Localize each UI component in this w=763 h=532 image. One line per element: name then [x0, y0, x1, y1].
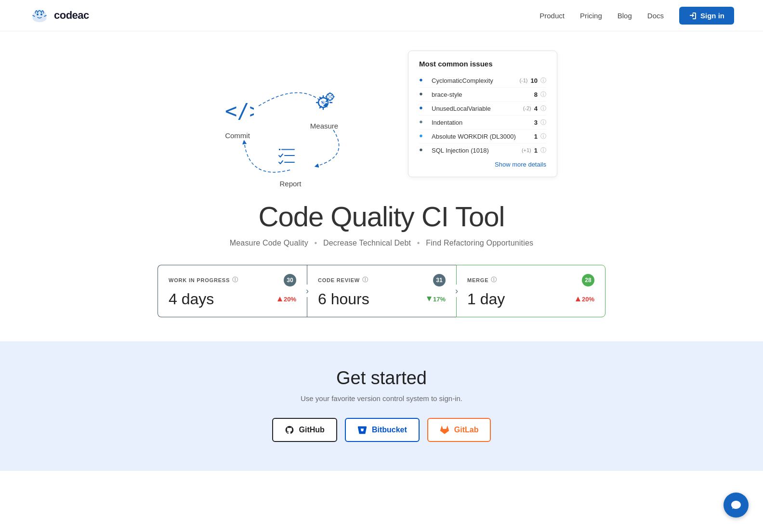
get-started-buttons: GitHub Bitbucket GitLab — [29, 418, 734, 442]
issue-type-icon: ● — [419, 118, 428, 127]
main-title: Code Quality CI Tool — [29, 201, 734, 232]
metric-bottom: 4 days 20% — [169, 290, 296, 308]
issues-card-title: Most common issues — [419, 60, 546, 68]
svg-point-1 — [40, 13, 42, 15]
info-icon[interactable]: ⓘ — [540, 91, 546, 99]
metric-info-icon[interactable]: ⓘ — [362, 276, 368, 284]
metric-bottom: 6 hours 17% — [318, 290, 446, 308]
issue-name: Indentation — [432, 119, 534, 126]
info-icon[interactable]: ⓘ — [540, 118, 546, 127]
metrics-row: WORK IN PROGRESS ⓘ 30 4 days 20% › CODE … — [29, 265, 734, 317]
info-icon[interactable]: ⓘ — [540, 146, 546, 155]
logo[interactable]: codeac — [29, 5, 89, 26]
arrow-next-icon: › — [301, 285, 314, 297]
gitlab-icon — [440, 425, 449, 435]
metric-value: 1 day — [467, 290, 505, 308]
metric-header: MERGE ⓘ 28 — [467, 274, 594, 286]
issues-list: ● CyclomaticComplexity (-1) 10 ⓘ ● brace… — [419, 74, 546, 157]
metric-card-merge: MERGE ⓘ 28 1 day 20% — [456, 265, 605, 317]
svg-point-0 — [37, 13, 39, 15]
metric-card-code-review: CODE REVIEW ⓘ 31 6 hours 17% › — [307, 265, 456, 317]
metric-label: WORK IN PROGRESS ⓘ — [169, 276, 238, 284]
issue-count: 10 — [531, 77, 538, 84]
metric-card-wip: WORK IN PROGRESS ⓘ 30 4 days 20% › — [158, 265, 307, 317]
main-subtitle: Measure Code Quality • Decrease Technica… — [29, 239, 734, 247]
issue-delta: (-2) — [523, 105, 531, 111]
bitbucket-button[interactable]: Bitbucket — [345, 418, 420, 442]
metric-value: 6 hours — [318, 290, 369, 308]
hero-section: </> Commit — [0, 31, 763, 187]
diagram-commit-node: </> Commit — [220, 94, 255, 140]
measure-icon — [307, 84, 342, 119]
issue-row: ● SQL Injection (1018) (+1) 1 ⓘ — [419, 143, 546, 157]
diagram-measure-node: Measure — [307, 84, 342, 130]
signin-icon — [689, 12, 697, 19]
issue-type-icon: ● — [419, 146, 428, 155]
issue-row: ● UnusedLocalVariable (-2) 4 ⓘ — [419, 102, 546, 116]
metric-bottom: 1 day 20% — [467, 290, 594, 308]
info-icon[interactable]: ⓘ — [540, 132, 546, 141]
nav-blog[interactable]: Blog — [618, 12, 632, 20]
metric-change: 20% — [277, 296, 296, 303]
issue-row: ● brace-style 8 ⓘ — [419, 88, 546, 102]
svg-text:</>: </> — [225, 99, 254, 123]
metric-header: CODE REVIEW ⓘ 31 — [318, 274, 446, 286]
info-icon[interactable]: ⓘ — [540, 104, 546, 113]
issue-type-icon: ● — [419, 76, 428, 85]
metric-info-icon[interactable]: ⓘ — [491, 276, 497, 284]
gitlab-button[interactable]: GitLab — [427, 418, 491, 442]
svg-marker-11 — [277, 297, 282, 301]
issue-type-icon: ● — [419, 90, 428, 99]
diagram-report-node: Report — [273, 142, 308, 188]
arrow-next-icon: › — [450, 285, 463, 297]
commit-icon: </> — [221, 95, 254, 128]
nav-links: Product Pricing Blog Docs Sign in — [539, 7, 734, 25]
issue-name: brace-style — [432, 91, 534, 98]
metric-header: WORK IN PROGRESS ⓘ 30 — [169, 274, 296, 286]
github-button[interactable]: GitHub — [272, 418, 337, 442]
navbar: codeac Product Pricing Blog Docs Sign in — [0, 0, 763, 31]
issue-name: CyclomaticComplexity — [432, 77, 519, 84]
show-more-link[interactable]: Show more details — [419, 161, 546, 168]
workflow-diagram: </> Commit — [206, 51, 379, 176]
nav-product[interactable]: Product — [539, 12, 565, 20]
issue-delta: (-1) — [519, 78, 527, 83]
logo-text: codeac — [54, 9, 89, 22]
metric-info-icon[interactable]: ⓘ — [232, 276, 238, 284]
metric-badge: 28 — [582, 274, 594, 286]
info-icon[interactable]: ⓘ — [540, 77, 546, 85]
get-started-section: Get started Use your favorite version co… — [0, 341, 763, 471]
issue-name: SQL Injection (1018) — [432, 147, 522, 154]
metric-change: 20% — [576, 296, 594, 303]
metric-badge: 31 — [433, 274, 446, 286]
metric-label: MERGE ⓘ — [467, 276, 497, 284]
svg-marker-13 — [576, 297, 580, 301]
issue-row: ● Indentation 3 ⓘ — [419, 116, 546, 130]
svg-rect-7 — [279, 149, 280, 150]
issue-count: 3 — [534, 119, 538, 126]
issue-count: 1 — [534, 147, 538, 154]
svg-marker-12 — [427, 297, 432, 301]
nav-docs[interactable]: Docs — [647, 12, 664, 20]
issue-delta: (+1) — [522, 147, 531, 153]
github-icon — [285, 425, 294, 435]
svg-point-4 — [321, 101, 325, 104]
issue-count: 1 — [534, 133, 538, 140]
metric-label: CODE REVIEW ⓘ — [318, 276, 368, 284]
get-started-subtitle: Use your favorite version control system… — [29, 394, 734, 402]
get-started-title: Get started — [29, 368, 734, 389]
issue-type-icon: ● — [419, 104, 428, 113]
bitbucket-icon — [357, 425, 367, 435]
metric-badge: 30 — [284, 274, 296, 286]
signin-button[interactable]: Sign in — [679, 7, 734, 25]
main-content: Code Quality CI Tool Measure Code Qualit… — [0, 187, 763, 247]
issues-card: Most common issues ● CyclomaticComplexit… — [408, 51, 557, 177]
metric-value: 4 days — [169, 290, 214, 308]
metric-change: 17% — [427, 296, 446, 303]
nav-pricing[interactable]: Pricing — [580, 12, 602, 20]
issue-count: 8 — [534, 91, 538, 98]
report-icon — [275, 144, 306, 175]
issue-count: 4 — [534, 105, 538, 112]
issue-name: UnusedLocalVariable — [432, 105, 523, 112]
issue-type-icon: ● — [419, 132, 428, 141]
